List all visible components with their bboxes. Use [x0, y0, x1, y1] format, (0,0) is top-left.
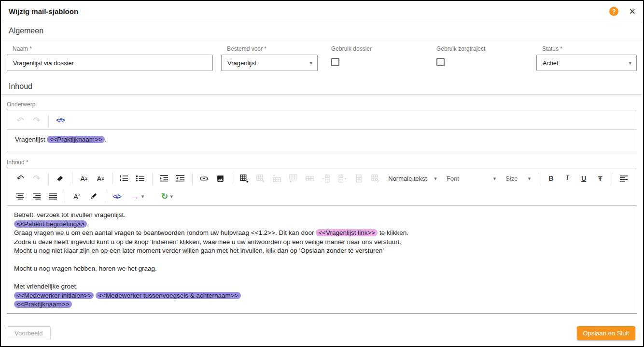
insert-arrow-dropdown[interactable]: → ▾ [126, 189, 148, 204]
text-segment: Vragenlijst [15, 136, 47, 143]
unordered-list-icon[interactable] [133, 171, 148, 186]
status-select[interactable]: Actief ▾ [536, 55, 637, 71]
editor-line: Graag vragen we u om een aantal vragen t… [14, 229, 630, 238]
superscript-exp: 2 [85, 176, 87, 181]
merge-field-chip[interactable]: <<Praktijknaam>> [14, 301, 72, 308]
inhoud-label: Inhoud * [1, 159, 643, 166]
merge-field-icon[interactable]: <#> [53, 113, 68, 128]
editor-line [14, 274, 630, 283]
naam-label: Naam * [7, 45, 213, 52]
align-right-icon[interactable] [29, 189, 44, 204]
gebruik-dossier-checkbox[interactable] [331, 58, 339, 66]
field-bestemd-voor: Bestemd voor * Vragenlijst ▾ [221, 45, 318, 71]
redo-icon[interactable]: ↷ [29, 171, 44, 186]
insert-column-left-icon[interactable] [319, 171, 333, 186]
dialog-footer: Voorbeeld Opslaan en Sluit [1, 326, 643, 340]
status-value: Actief [543, 59, 629, 67]
merge-field-chip[interactable]: <<Praktijknaam>> [47, 136, 105, 143]
toolbar-separator [65, 191, 65, 202]
body-input[interactable]: Betreft: verzoek tot invullen vragenlijs… [7, 206, 637, 313]
paragraph-style-dropdown[interactable]: Normale tekst ▾ [385, 171, 440, 186]
bold-icon[interactable]: B [544, 171, 558, 186]
insert-row-above-icon[interactable] [269, 171, 284, 186]
outdent-icon[interactable] [173, 171, 188, 186]
text-segment: . [105, 136, 107, 143]
insert-column-right-icon[interactable] [335, 171, 350, 186]
subject-editor: ↶ ↷ <#> Vragenlijst <<Praktijknaam>>. [7, 111, 637, 151]
merge-field-chip[interactable]: <<Medewerker initialen>> [14, 292, 94, 299]
delete-column-icon[interactable] [351, 171, 366, 186]
edit-mail-template-dialog: Wijzig mail-sjabloon ? × Algemeen Naam *… [0, 0, 644, 347]
superscript-icon[interactable]: A2 [77, 171, 91, 186]
underline-icon[interactable]: U [576, 171, 591, 186]
gebruik-dossier-label: Gebruik dossier [331, 45, 436, 52]
field-naam: Naam * [7, 45, 213, 71]
toolbar-separator [112, 173, 112, 184]
delete-row-icon[interactable] [302, 171, 317, 186]
undo-icon[interactable]: ↶ [13, 113, 28, 128]
merge-field-chip[interactable]: <<Patiënt begroeting>> [14, 220, 87, 228]
table-properties-icon[interactable] [368, 171, 382, 186]
align-justify-icon[interactable] [46, 189, 60, 204]
subscript-icon[interactable]: A2 [93, 171, 108, 186]
font-family-dropdown[interactable]: Font ▾ [444, 171, 499, 186]
field-gebruik-zorgtraject: Gebruik zorgtraject [436, 45, 536, 71]
toolbar-separator [539, 173, 539, 184]
ordered-list-icon[interactable] [117, 171, 131, 186]
editor-line: Zodra u deze heeft ingevuld kunt u op de… [14, 238, 630, 247]
bestemd-voor-select[interactable]: Vragenlijst ▾ [221, 55, 318, 71]
delete-table-icon[interactable] [253, 171, 267, 186]
section-title-content: Inhoud [1, 78, 643, 95]
gebruik-zorgtraject-checkbox[interactable] [436, 58, 445, 66]
subscript-a: A [97, 174, 101, 183]
text-segment: Zodra u deze heeft ingevuld kunt u op de… [14, 238, 401, 246]
chevron-down-icon: ▾ [493, 175, 496, 182]
image-icon[interactable] [213, 171, 227, 186]
font-size-value: Size [505, 175, 524, 182]
status-label: Status * [536, 45, 637, 52]
chevron-down-icon: ▾ [434, 175, 437, 182]
strikethrough-icon[interactable]: Ŧ [593, 171, 607, 186]
refresh-dropdown[interactable]: ↻ ▾ [155, 189, 179, 204]
editor-line: <<Patiënt begroeting>>, [14, 220, 630, 229]
remove-format-icon[interactable] [53, 171, 68, 186]
onderwerp-label: Onderwerp [1, 101, 643, 108]
refresh-icon: ↻ [161, 192, 168, 201]
preview-button[interactable]: Voorbeeld [7, 326, 51, 340]
general-form-row: Naam * Bestemd voor * Vragenlijst ▾ Gebr… [1, 45, 643, 71]
merge-field-chip[interactable]: <<Vragenlijst link>> [316, 229, 378, 236]
editor-line [14, 256, 630, 265]
font-color-ring: ° [78, 194, 80, 199]
insert-table-icon[interactable] [237, 171, 251, 186]
font-color-icon[interactable]: A° [70, 189, 84, 204]
close-icon[interactable]: × [629, 6, 635, 17]
help-glyph: ? [612, 8, 616, 15]
chevron-down-icon: ▾ [141, 193, 144, 200]
help-icon[interactable]: ? [609, 7, 618, 16]
toolbar-separator [232, 173, 232, 184]
superscript-a: A [80, 174, 85, 183]
merge-field-icon[interactable]: <#> [110, 189, 124, 204]
subject-input[interactable]: Vragenlijst <<Praktijknaam>>. [7, 130, 637, 151]
arrow-icon: → [130, 192, 140, 201]
chevron-down-icon: ▾ [528, 175, 531, 182]
merge-field-chip[interactable]: <<Medewerker tussenvoegsels & achternaam… [96, 292, 240, 299]
font-size-dropdown[interactable]: Size ▾ [503, 171, 533, 186]
undo-icon[interactable]: ↶ [13, 171, 28, 186]
body-toolbar-row1: ↶ ↷ A2 A2 [7, 169, 637, 188]
align-left-icon[interactable] [616, 171, 631, 186]
italic-icon[interactable]: I [560, 171, 574, 186]
naam-input[interactable] [7, 55, 213, 71]
save-and-close-button[interactable]: Opslaan en Sluit [577, 326, 635, 340]
dialog-header: Wijzig mail-sjabloon ? × [1, 1, 643, 22]
highlight-icon[interactable] [86, 189, 100, 204]
text-segment: , [87, 220, 89, 228]
indent-icon[interactable] [157, 171, 171, 186]
bestemd-voor-label: Bestemd voor * [221, 45, 318, 52]
chevron-down-icon: ▾ [309, 60, 312, 66]
link-icon[interactable] [196, 171, 211, 186]
insert-row-below-icon[interactable] [286, 171, 300, 186]
chevron-down-icon: ▾ [170, 193, 173, 200]
redo-icon[interactable]: ↷ [29, 113, 44, 128]
align-center-icon[interactable] [13, 189, 28, 204]
